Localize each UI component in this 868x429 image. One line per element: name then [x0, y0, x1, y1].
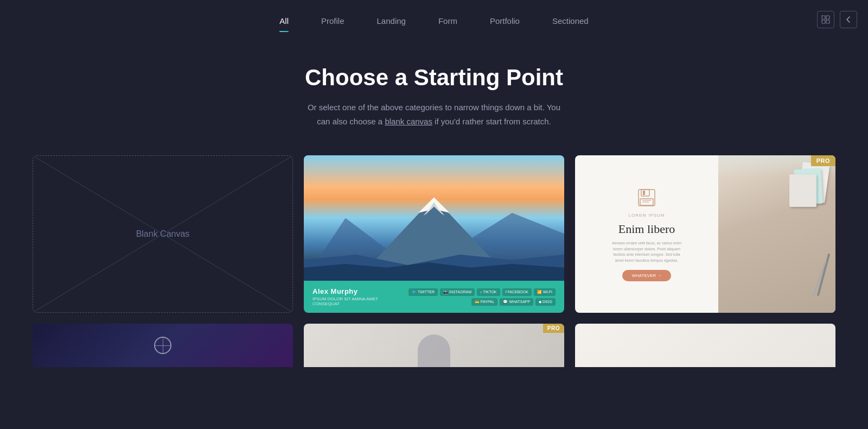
- subtitle-text-after: if you'd rather start from scratch.: [432, 117, 551, 126]
- alex-murphy-subtext: IPSUM DOLOR SIT AMINA AMET CONSEQUAT: [312, 296, 381, 306]
- facebook-btn: f FACEBOOK: [502, 288, 532, 296]
- mountain-image: [304, 155, 564, 281]
- nav-item-all[interactable]: All: [279, 16, 289, 32]
- blank-canvas-label: Blank Canvas: [136, 229, 190, 239]
- grid-icon: [821, 15, 830, 24]
- svg-rect-9: [641, 190, 649, 196]
- tiktok-btn: ♪ TIKTOK: [477, 288, 500, 296]
- nav-item-profile[interactable]: Profile: [321, 16, 344, 32]
- alex-murphy-card[interactable]: Alex Murphy IPSUM DOLOR SIT AMINA AMET C…: [304, 155, 564, 313]
- dark-globe-card[interactable]: [33, 324, 293, 367]
- pro-badge: PRO: [811, 155, 835, 166]
- blank-canvas-card[interactable]: Blank Canvas: [33, 155, 293, 313]
- hat-pro-badge: PRO: [543, 324, 564, 333]
- light-card[interactable]: [575, 324, 835, 367]
- grid-view-button[interactable]: [817, 11, 834, 28]
- svg-rect-14: [822, 16, 825, 19]
- partial-cards-row: PRO: [0, 313, 868, 367]
- nav-item-sectioned[interactable]: Sectioned: [552, 16, 589, 32]
- globe-icon: [154, 337, 171, 354]
- enim-button: WHATEVER →: [622, 270, 672, 281]
- wifi-btn: 📶 WI-FI: [534, 288, 556, 296]
- svg-rect-17: [826, 20, 829, 23]
- alex-murphy-bar: Alex Murphy IPSUM DOLOR SIT AMINA AMET C…: [304, 281, 564, 313]
- nav-item-landing[interactable]: Landing: [377, 16, 406, 32]
- header-section: Choose a Starting Point Or select one of…: [0, 32, 868, 155]
- hat-card[interactable]: PRO: [304, 324, 564, 367]
- digg-btn: ◆ DIGG: [535, 298, 556, 306]
- alex-murphy-name: Alex Murphy: [312, 287, 381, 295]
- nav-item-form[interactable]: Form: [438, 16, 457, 32]
- svg-rect-15: [826, 16, 829, 19]
- back-arrow-icon: [844, 15, 853, 24]
- page-title: Choose a Starting Point: [11, 65, 857, 91]
- header-subtitle: Or select one of the above categories to…: [304, 100, 564, 128]
- enim-left-panel: LOREM IPSUM Enim libero Aenean ornare ve…: [575, 155, 718, 313]
- back-button[interactable]: [840, 11, 857, 28]
- corner-buttons: [817, 11, 857, 28]
- social-buttons: 🐦 TWITTER 📷 INSTAGRAM ♪ TIKTOK f FACEBOO…: [385, 288, 556, 306]
- nav-item-portfolio[interactable]: Portfolio: [490, 16, 520, 32]
- blank-canvas-link[interactable]: blank canvas: [385, 117, 432, 126]
- enim-lorem-text: LOREM IPSUM: [628, 213, 665, 218]
- main-nav: All Profile Landing Form Portfolio Secti…: [0, 0, 868, 32]
- enim-body: Aenean ornare velit lacus, ac varius eni…: [609, 241, 685, 263]
- svg-rect-16: [822, 20, 825, 23]
- enim-title: Enim libero: [618, 222, 675, 236]
- instagram-btn: 📷 INSTAGRAM: [440, 288, 475, 296]
- svg-marker-7: [304, 262, 564, 281]
- floppy-disk-icon: [636, 187, 658, 209]
- enim-libero-card[interactable]: PRO LOREM IPSUM Enim libero Aenean ornar…: [575, 155, 835, 313]
- paypal-btn: 💳 PAYPAL: [471, 298, 498, 306]
- whatsapp-btn: 💬 WHATSAPP: [500, 298, 533, 306]
- twitter-btn: 🐦 TWITTER: [409, 288, 438, 296]
- svg-rect-10: [643, 191, 645, 195]
- templates-grid: Blank Canvas: [0, 155, 868, 313]
- enim-right-panel: [718, 155, 835, 313]
